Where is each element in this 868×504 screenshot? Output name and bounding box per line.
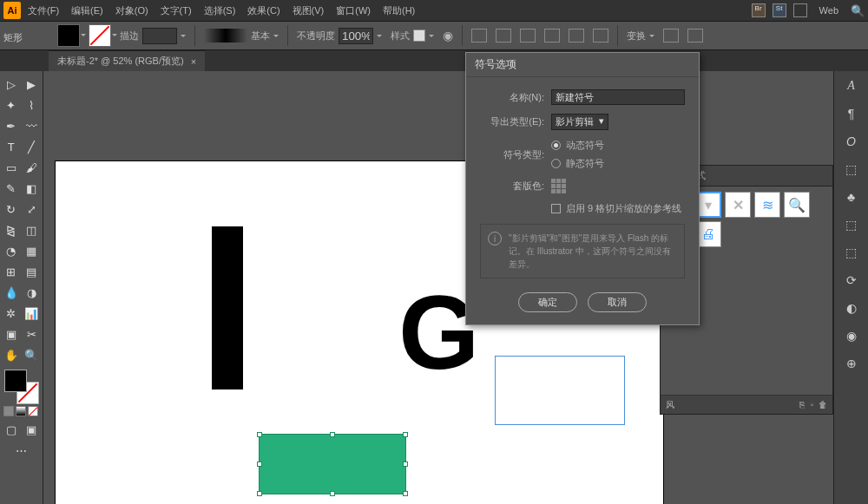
slice-checkbox[interactable]: 启用 9 格切片缩放的参考线 <box>551 202 681 215</box>
suit-icon[interactable]: ♣ <box>841 187 862 206</box>
mesh-tool[interactable]: ⊞ <box>2 262 21 281</box>
menu-select[interactable]: 选择(S) <box>199 2 241 20</box>
opacity-control[interactable]: 不透明度 <box>297 28 382 44</box>
artboard-tool[interactable]: ▣ <box>2 324 21 344</box>
eraser-tool[interactable]: ◧ <box>23 179 42 198</box>
align-middle-icon[interactable] <box>569 29 584 43</box>
menu-object[interactable]: 对象(O) <box>110 2 154 20</box>
workspace-selector[interactable]: Web <box>814 3 844 18</box>
handle-se[interactable] <box>403 491 408 496</box>
gradient-tool[interactable]: ▤ <box>23 262 42 281</box>
menu-view[interactable]: 视图(V) <box>287 2 330 20</box>
bridge-icon[interactable]: Br <box>752 3 766 17</box>
registration-grid[interactable] <box>551 179 566 193</box>
menu-type[interactable]: 文字(T) <box>155 2 197 20</box>
zoom-tool[interactable]: 🔍 <box>23 345 42 364</box>
radio-movie-clip[interactable]: 动态符号 <box>551 139 604 152</box>
line-tool[interactable]: ╱ <box>23 137 42 156</box>
appearance-panel-icon[interactable]: ◉ <box>841 326 862 345</box>
shaper-tool[interactable]: ✎ <box>2 179 21 198</box>
screen-mode-full[interactable]: ▣ <box>23 420 42 439</box>
stroke-input[interactable] <box>142 28 177 44</box>
transform-panel-icon[interactable]: ⬚ <box>841 160 862 179</box>
perspective-tool[interactable]: ▦ <box>23 241 42 260</box>
stroke-weight[interactable]: 描边 <box>120 28 186 44</box>
color-mode-icon[interactable] <box>3 406 14 416</box>
cancel-button[interactable]: 取消 <box>588 292 647 312</box>
menu-file[interactable]: 文件(F) <box>23 2 64 20</box>
document-tab[interactable]: 未标题-2* @ 52% (RGB/预览) × <box>49 50 205 71</box>
fill-swatch[interactable] <box>57 24 80 47</box>
radio-graphic[interactable]: 静态符号 <box>551 157 604 170</box>
tab-close-icon[interactable]: × <box>191 56 196 67</box>
shape-builder-tool[interactable]: ◔ <box>2 241 21 260</box>
clip-icon[interactable] <box>687 29 703 43</box>
align-right-icon[interactable] <box>520 29 536 43</box>
link-icon[interactable]: ⎘ <box>799 400 805 409</box>
artwork-rectangle[interactable] <box>212 226 243 389</box>
gradient-mode-icon[interactable] <box>16 406 26 416</box>
isolate-icon[interactable] <box>663 29 679 43</box>
screen-mode-normal[interactable]: ▢ <box>2 420 21 439</box>
brush-tool[interactable]: 🖌 <box>23 158 42 177</box>
rotate-tool[interactable]: ↻ <box>2 200 21 219</box>
blend-tool[interactable]: ◑ <box>23 283 42 302</box>
align-center-icon[interactable] <box>496 29 511 43</box>
export-type-select[interactable]: 影片剪辑 ▾ <box>551 114 608 130</box>
symbol-sprayer-tool[interactable]: ✲ <box>2 304 21 323</box>
ok-button[interactable]: 确定 <box>518 292 577 312</box>
selection-tool[interactable]: ▷ <box>2 75 21 94</box>
opentype-panel-icon[interactable]: O <box>841 132 862 151</box>
edit-toolbar[interactable]: ⋯ <box>2 441 41 460</box>
recolor-icon[interactable]: ◉ <box>443 29 453 43</box>
handle-n[interactable] <box>330 432 335 437</box>
stroke-swatch[interactable] <box>89 24 111 47</box>
delete-style-icon[interactable]: 🗑 <box>819 400 827 409</box>
character-panel-icon[interactable]: A <box>841 76 862 95</box>
style-thumbnail[interactable]: ≋ <box>754 192 780 218</box>
menu-edit[interactable]: 编辑(E) <box>66 2 108 20</box>
direct-selection-tool[interactable]: ▶ <box>23 75 42 94</box>
handle-s[interactable] <box>330 491 335 496</box>
layers-panel-icon[interactable]: ⊕ <box>841 354 862 373</box>
eyedropper-tool[interactable]: 💧 <box>2 283 21 302</box>
curvature-tool[interactable]: 〰 <box>23 116 42 135</box>
align-panel-icon[interactable]: ⬚ <box>841 243 862 262</box>
paragraph-panel-icon[interactable]: ¶ <box>841 104 862 123</box>
align-top-icon[interactable] <box>544 29 560 43</box>
links-panel-icon[interactable]: ⟳ <box>841 271 862 290</box>
color-selector[interactable] <box>4 370 39 404</box>
graph-tool[interactable]: 📊 <box>23 304 42 323</box>
handle-sw[interactable] <box>257 491 262 496</box>
pen-tool[interactable]: ✒ <box>2 116 21 135</box>
foreground-color[interactable] <box>4 370 27 392</box>
style-thumbnail[interactable]: 🔍 <box>784 192 810 218</box>
magic-wand-tool[interactable]: ✦ <box>2 95 21 115</box>
free-transform-tool[interactable]: ◫ <box>23 220 42 239</box>
rectangle-tool[interactable]: ▭ <box>2 158 21 177</box>
align-left-icon[interactable] <box>471 29 487 43</box>
new-style-icon[interactable]: ▫ <box>810 400 813 409</box>
arrange-icon[interactable] <box>793 3 807 17</box>
handle-e[interactable] <box>403 461 408 467</box>
selected-rectangle[interactable] <box>259 434 406 494</box>
transparency-panel-icon[interactable]: ◐ <box>841 298 862 317</box>
menu-help[interactable]: 帮助(H) <box>378 2 420 20</box>
type-tool[interactable]: T <box>2 137 21 156</box>
none-mode-icon[interactable] <box>28 406 38 416</box>
menu-effect[interactable]: 效果(C) <box>242 2 285 20</box>
hand-tool[interactable]: ✋ <box>2 345 21 364</box>
handle-ne[interactable] <box>403 432 408 437</box>
width-tool[interactable]: ⧎ <box>2 220 21 239</box>
handle-nw[interactable] <box>257 432 262 437</box>
align-bottom-icon[interactable] <box>593 29 608 43</box>
brush-selector[interactable]: 基本 <box>204 29 279 43</box>
slice-tool[interactable]: ✂ <box>23 324 42 344</box>
pathfinder-panel-icon[interactable]: ⬚ <box>841 215 862 234</box>
scale-tool[interactable]: ⤢ <box>23 200 42 219</box>
style-selector[interactable]: 样式 <box>391 29 434 43</box>
name-input[interactable] <box>551 89 685 105</box>
style-thumbnail[interactable]: ✕ <box>725 192 751 218</box>
menu-window[interactable]: 窗口(W) <box>331 2 376 20</box>
search-icon[interactable]: 🔍 <box>851 4 865 17</box>
